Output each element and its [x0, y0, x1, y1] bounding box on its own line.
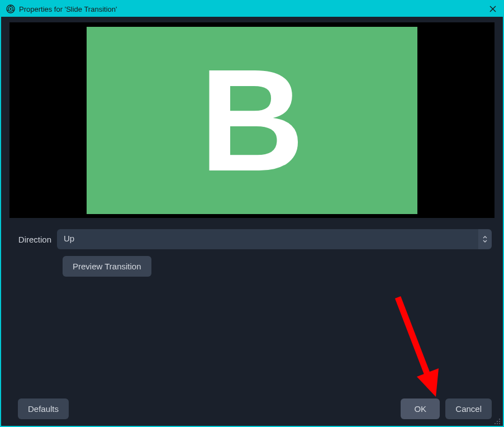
preview-scene-letter: B [199, 48, 305, 193]
svg-point-5 [499, 419, 500, 420]
close-icon[interactable] [487, 3, 498, 15]
direction-select[interactable]: Up [57, 229, 492, 249]
direction-value[interactable]: Up [57, 229, 478, 249]
svg-point-7 [499, 421, 500, 422]
window-title: Properties for 'Slide Transition' [19, 5, 487, 13]
titlebar[interactable]: Properties for 'Slide Transition' [1, 1, 503, 17]
cancel-button[interactable]: Cancel [445, 398, 492, 419]
svg-point-2 [9, 8, 11, 10]
transition-preview: B [9, 22, 495, 218]
svg-point-6 [497, 421, 498, 422]
direction-label: Direction [12, 235, 57, 244]
properties-form: Direction Up Preview Transition [1, 224, 503, 289]
chevron-updown-icon[interactable] [478, 229, 492, 249]
svg-point-8 [495, 423, 496, 424]
ok-button[interactable]: OK [401, 398, 440, 419]
preview-frame: B [87, 27, 417, 214]
preview-button-row: Preview Transition [63, 256, 492, 277]
resize-grip-icon[interactable] [494, 417, 501, 424]
dialog-window: Properties for 'Slide Transition' B Dire… [0, 0, 504, 427]
defaults-button[interactable]: Defaults [18, 398, 69, 419]
preview-transition-button[interactable]: Preview Transition [63, 256, 151, 277]
dialog-footer: Defaults OK Cancel [12, 398, 492, 419]
direction-row: Direction Up [12, 229, 492, 249]
svg-point-10 [499, 423, 500, 424]
app-icon [6, 4, 16, 14]
svg-point-9 [497, 423, 498, 424]
dialog-content: B Direction Up Preview Transition [1, 17, 503, 426]
